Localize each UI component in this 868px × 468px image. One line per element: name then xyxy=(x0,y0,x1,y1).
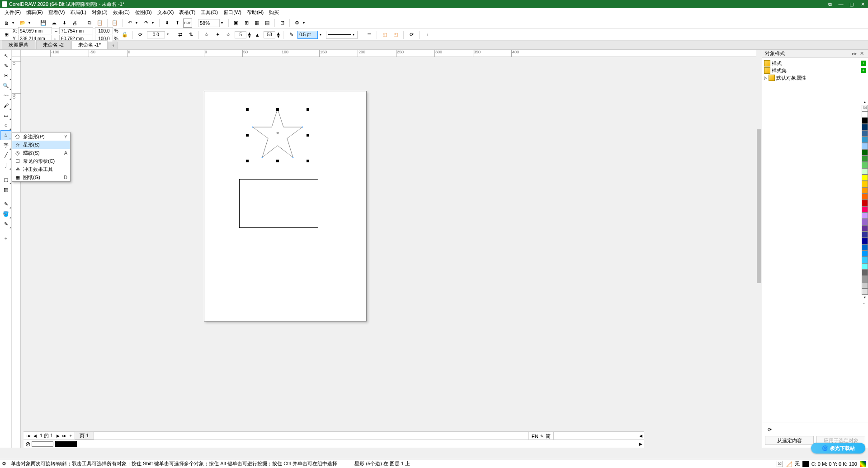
outline-width-input[interactable] xyxy=(297,31,318,39)
color-swatch[interactable] xyxy=(862,200,868,206)
drop-shadow-tool[interactable]: ▢ xyxy=(0,175,11,184)
pdf-button[interactable]: PDF xyxy=(183,19,192,28)
show-rulers-button[interactable]: ⊞ xyxy=(242,19,251,28)
open-button[interactable]: 📂 xyxy=(18,19,27,28)
color-swatch[interactable] xyxy=(862,244,868,251)
flyout-star[interactable]: ☆星形(S) xyxy=(12,141,70,149)
color-swatch[interactable] xyxy=(862,156,868,162)
selection-handle[interactable] xyxy=(307,108,309,111)
page-last[interactable]: ⏭ xyxy=(61,434,67,438)
doctab-add[interactable]: + xyxy=(108,42,118,49)
cloud-upload-button[interactable]: ☁ xyxy=(49,19,58,28)
menu-tools[interactable]: 工具(O) xyxy=(198,8,221,17)
undo-button[interactable]: ↶ xyxy=(125,19,134,28)
ellipse-tool[interactable]: ○ xyxy=(0,120,11,130)
refresh-styles-icon[interactable]: ⟳ xyxy=(765,425,774,434)
menu-file[interactable]: 文件(F) xyxy=(2,8,24,17)
menu-bitmap[interactable]: 位图(B) xyxy=(132,8,155,17)
add-icon[interactable]: + xyxy=(861,61,866,66)
clipboard-button[interactable]: 📋 xyxy=(110,19,119,28)
toolbox-add[interactable]: + xyxy=(0,233,11,243)
to-back-button[interactable]: ◰ xyxy=(391,30,400,39)
selection-handle[interactable] xyxy=(276,160,279,162)
doctab-untitled-1[interactable]: 未命名 -1* xyxy=(71,40,108,49)
pick-tool[interactable]: ↖ xyxy=(0,51,11,61)
mirror-h-button[interactable]: ⇄ xyxy=(175,30,184,39)
docker-collapse-icon[interactable]: ▸▸ xyxy=(850,51,859,57)
new-button[interactable]: 🗎 xyxy=(2,19,11,28)
x-position-input[interactable]: 94.959 mm xyxy=(18,27,52,34)
fill-indicator-icon[interactable]: ⊠ xyxy=(777,461,783,467)
expand-icon[interactable]: ▷ xyxy=(764,76,769,80)
color-swatch[interactable] xyxy=(862,276,868,282)
menu-effects[interactable]: 效果(C) xyxy=(110,8,132,17)
show-grid-button[interactable]: ▦ xyxy=(252,19,261,28)
flyout-polygon[interactable]: ⬠多边形(P)Y xyxy=(12,132,70,141)
flyout-impact[interactable]: ※冲击效果工具 xyxy=(12,165,70,173)
convert-curves-button[interactable]: ⟳ xyxy=(407,30,416,39)
tree-default-props[interactable]: ▷默认对象属性 xyxy=(764,74,866,81)
add-button[interactable]: + xyxy=(423,30,432,39)
selection-handle[interactable] xyxy=(246,160,249,162)
text-tool[interactable]: 字 xyxy=(0,140,11,150)
vertical-scrollbar[interactable] xyxy=(756,57,762,440)
close-button[interactable]: ✕ xyxy=(859,1,866,7)
tree-styles[interactable]: 样式+ xyxy=(764,60,866,67)
gear-icon[interactable]: ⚙ xyxy=(2,461,9,467)
white-swatch[interactable] xyxy=(32,441,53,447)
menu-help[interactable]: 帮助(H) xyxy=(244,8,266,17)
line-style-select[interactable]: ▾ xyxy=(326,31,358,39)
doctab-untitled-2[interactable]: 未命名 -2 xyxy=(36,40,71,49)
points-input[interactable] xyxy=(235,31,246,38)
color-swatch[interactable] xyxy=(862,194,868,200)
flyout-spiral[interactable]: ◎螺纹(S)A xyxy=(12,149,70,157)
rectangle-tool[interactable]: ▭ xyxy=(0,110,11,120)
color-swatch[interactable] xyxy=(862,263,868,269)
export-button[interactable]: ⬆ xyxy=(173,19,182,28)
mirror-v-button[interactable]: ⇅ xyxy=(186,30,195,39)
rotation-input[interactable] xyxy=(147,31,165,38)
wrap-text-button[interactable]: ≣ xyxy=(364,30,373,39)
horizontal-ruler[interactable]: -100-500050100150200250300350400 xyxy=(21,50,756,57)
page-prev[interactable]: ◀ xyxy=(32,434,38,438)
color-swatch[interactable] xyxy=(862,162,868,168)
page-next[interactable]: ▶ xyxy=(55,434,61,438)
docker-close-icon[interactable]: ✕ xyxy=(859,51,865,57)
zoom-tool[interactable]: 🔍 xyxy=(0,80,11,90)
hscroll-left[interactable]: ◀ xyxy=(639,434,642,438)
options-button[interactable]: ⚙ xyxy=(292,19,302,28)
no-color-swatch[interactable]: ⊘ xyxy=(25,440,31,448)
page-add[interactable]: + xyxy=(67,434,74,438)
to-front-button[interactable]: ◱ xyxy=(380,30,389,39)
menu-table[interactable]: 表格(T) xyxy=(176,8,198,17)
color-swatch[interactable] xyxy=(862,187,868,194)
save-button[interactable]: 💾 xyxy=(39,19,48,28)
color-swatch[interactable] xyxy=(862,269,868,276)
transparency-tool[interactable]: ▨ xyxy=(0,184,11,194)
color-picker-icon[interactable] xyxy=(860,461,866,467)
color-swatch[interactable] xyxy=(862,181,868,187)
no-fill-swatch[interactable]: ⊠ xyxy=(862,105,868,111)
selection-handle[interactable] xyxy=(246,134,249,137)
palette-more-icon[interactable]: … xyxy=(862,300,868,306)
interactive-fill-tool[interactable]: 🪣 xyxy=(0,209,11,219)
add-icon[interactable]: + xyxy=(861,68,866,73)
color-swatch[interactable] xyxy=(862,232,868,238)
color-swatch[interactable] xyxy=(862,213,868,219)
color-swatch[interactable] xyxy=(862,257,868,263)
complex-star-icon[interactable]: ✦ xyxy=(213,30,222,39)
color-swatch[interactable] xyxy=(862,238,868,244)
color-swatch[interactable] xyxy=(862,219,868,225)
color-swatch[interactable] xyxy=(862,137,868,143)
color-swatch[interactable] xyxy=(862,124,868,130)
zoom-input[interactable] xyxy=(198,19,220,27)
print-button[interactable]: 🖨 xyxy=(70,19,79,28)
color-swatch[interactable] xyxy=(862,225,868,232)
shape-tool[interactable]: ✎ xyxy=(0,61,11,71)
ruler-origin[interactable] xyxy=(12,50,21,57)
color-swatch[interactable] xyxy=(862,130,868,137)
canvas-viewport[interactable]: × xyxy=(21,57,756,440)
menu-buy[interactable]: 购买 xyxy=(266,8,282,17)
color-swatch[interactable] xyxy=(862,118,868,124)
color-swatch[interactable] xyxy=(862,282,868,288)
